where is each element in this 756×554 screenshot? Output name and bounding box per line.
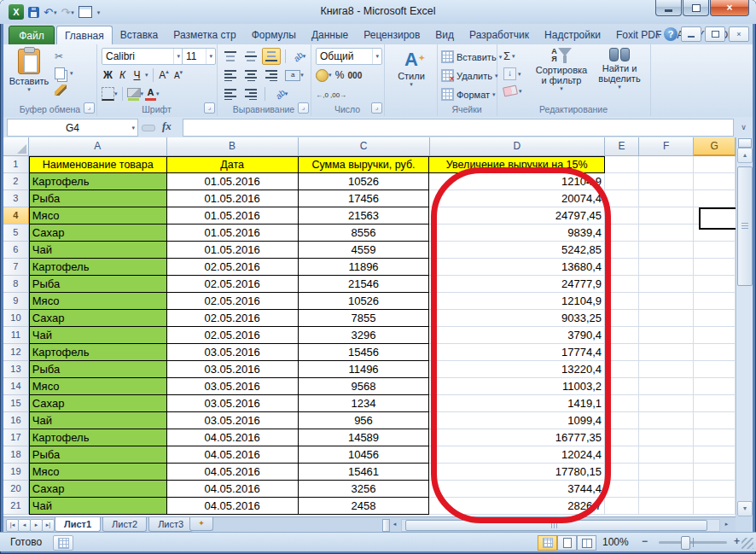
grid-cell[interactable] [639, 378, 695, 395]
grid-cell[interactable] [605, 190, 639, 207]
grid-cell[interactable] [639, 242, 695, 259]
grid-cell[interactable]: 24797,45 [429, 207, 605, 225]
grid-cell[interactable]: Чай [29, 498, 167, 515]
grid-cell[interactable] [605, 344, 639, 361]
orientation-button[interactable]: ab▾ [290, 48, 309, 65]
format-painter-button[interactable] [55, 85, 67, 96]
vertical-split-handle[interactable] [738, 138, 752, 148]
dialog-launcher[interactable]: ⌟ [371, 102, 382, 114]
grid-cell[interactable]: 01.05.2016 [167, 207, 299, 225]
grid-cell[interactable]: 17780,15 [429, 464, 605, 481]
grid-cell[interactable] [639, 190, 695, 207]
collapse-ribbon-icon[interactable]: ∧ [654, 30, 660, 39]
zoom-level[interactable]: 100% [602, 536, 629, 548]
grid-cell[interactable]: 956 [299, 412, 430, 429]
zoom-out-button[interactable]: − [638, 535, 651, 548]
underline-button[interactable]: Ч [131, 67, 143, 83]
grid-cell[interactable]: 01.05.2016 [167, 190, 299, 207]
grid-cell[interactable]: 11003,2 [429, 378, 605, 395]
horizontal-scroll-thumb[interactable] [405, 520, 707, 531]
ribbon-tab[interactable]: Рецензиров [356, 26, 427, 44]
quick-print-preview-button[interactable] [79, 6, 92, 18]
row-header-20[interactable]: 20 [3, 481, 29, 498]
save-button[interactable] [28, 7, 39, 18]
page-break-view-button[interactable] [577, 535, 596, 551]
grid-cell[interactable]: 01.05.2016 [167, 242, 299, 259]
column-header-E[interactable]: E [605, 137, 639, 156]
grid-cell[interactable]: 2826,7 [429, 498, 605, 515]
align-center-button[interactable] [241, 67, 260, 84]
row-header-2[interactable]: 2 [3, 173, 29, 190]
grid-cell[interactable]: 01.05.2016 [167, 225, 299, 242]
redo-button[interactable]: ↷▾ [61, 7, 73, 18]
grid-cell[interactable]: 04.05.2016 [167, 481, 299, 498]
ribbon-tab[interactable]: Главная [56, 26, 113, 45]
grid-cell[interactable] [694, 190, 736, 207]
grid-cell[interactable]: Сумма выручки, руб. [299, 156, 430, 173]
grid-cell[interactable]: Картофель [29, 259, 167, 276]
row-header-17[interactable]: 17 [3, 429, 29, 446]
align-left-button[interactable] [221, 67, 240, 84]
increase-font-button[interactable]: А▴ [158, 67, 171, 83]
active-cell-G4[interactable] [699, 207, 736, 230]
grid-cell[interactable] [639, 344, 695, 361]
grid-cell[interactable]: 2458 [299, 498, 430, 515]
row-header-19[interactable]: 19 [3, 464, 29, 481]
align-top-button[interactable] [221, 48, 240, 65]
column-header-C[interactable]: C [299, 137, 430, 156]
grid-cell[interactable] [694, 173, 736, 190]
grid-cell[interactable]: 4559 [299, 242, 430, 259]
grid-cell[interactable]: Чай [29, 242, 167, 259]
grid-cell[interactable]: 7855 [299, 310, 430, 327]
grid-cell[interactable]: Дата [167, 156, 299, 173]
grid-cell[interactable]: 1099,4 [429, 412, 605, 429]
grid-cell[interactable] [694, 412, 736, 429]
grid-cell[interactable]: 17774,4 [429, 344, 605, 361]
grid-cell[interactable]: Картофель [29, 344, 167, 361]
grid-cell[interactable]: Сахар [29, 395, 167, 412]
format-cells-button[interactable]: Формат▾ [441, 88, 496, 101]
align-right-button[interactable] [262, 67, 281, 84]
grid-cell[interactable] [639, 225, 695, 242]
dialog-launcher[interactable]: ⌟ [298, 102, 309, 114]
grid-cell[interactable] [639, 395, 695, 412]
grid-cell[interactable] [694, 242, 736, 259]
row-header-5[interactable]: 5 [3, 225, 29, 242]
page-layout-view-button[interactable] [557, 535, 577, 551]
grid-cell[interactable] [605, 327, 639, 344]
grid-cell[interactable] [694, 293, 736, 310]
grid-cell[interactable] [694, 498, 736, 515]
fill-button[interactable]: ↓▾ [503, 67, 521, 80]
grid-cell[interactable] [694, 276, 736, 293]
row-header-13[interactable]: 13 [3, 361, 29, 378]
grid-cell[interactable]: Картофель [29, 429, 167, 446]
grid-cell[interactable]: 03.05.2016 [167, 378, 299, 395]
vertical-scroll-thumb[interactable] [737, 166, 753, 286]
ribbon-tab[interactable]: Вставка [113, 26, 166, 44]
wrap-text-button[interactable]: ab▾ [270, 85, 294, 102]
font-size-combo[interactable]: 11▾ [182, 48, 216, 65]
grid-cell[interactable]: Мясо [29, 207, 167, 225]
column-header-D[interactable]: D [430, 137, 606, 156]
grid-cell[interactable]: 02.05.2016 [167, 327, 299, 344]
grid-cell[interactable]: 10456 [299, 446, 430, 464]
maximize-button[interactable] [683, 0, 709, 16]
grid-cell[interactable] [605, 173, 639, 190]
accounting-format-button[interactable]: ▾ [316, 67, 332, 83]
ribbon-tab[interactable]: Разметка стр [166, 26, 243, 44]
grid-cell[interactable] [694, 327, 736, 344]
grid-cell[interactable]: 3790,4 [429, 327, 605, 344]
grid-cell[interactable]: 11896 [299, 259, 430, 276]
first-sheet-button[interactable]: |◂ [6, 519, 19, 532]
workbook-minimize-button[interactable] [681, 26, 701, 42]
sheet-tab-Лист3[interactable]: Лист3 [148, 517, 193, 532]
sheet-tab-Лист1[interactable]: Лист1 [55, 517, 101, 532]
grid-cell[interactable] [605, 361, 639, 378]
cut-button[interactable]: ✂ [55, 50, 63, 62]
insert-function-button[interactable]: fx [162, 120, 172, 133]
decrease-decimal-button[interactable]: ,00→ [330, 87, 346, 102]
grid-cell[interactable]: 04.05.2016 [167, 464, 299, 481]
grid-cell[interactable] [694, 464, 736, 481]
dialog-launcher[interactable]: ⌟ [84, 102, 95, 114]
grid-cell[interactable]: 12104,9 [429, 293, 605, 310]
